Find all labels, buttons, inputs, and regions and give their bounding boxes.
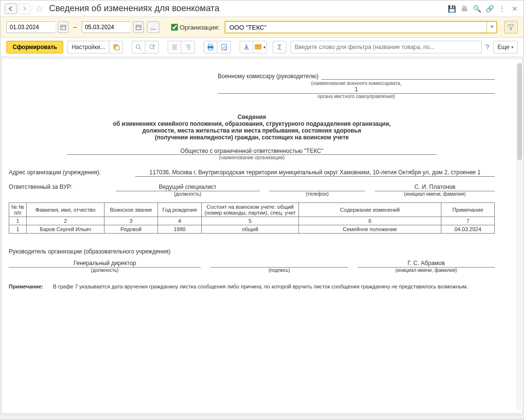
date-to-input[interactable] <box>82 21 130 33</box>
arrow-left-icon <box>8 6 13 11</box>
date-to-picker[interactable] <box>133 21 144 33</box>
sum-button[interactable]: Σ <box>273 41 286 53</box>
calendar-icon <box>60 24 66 30</box>
responsible-phone <box>269 184 365 191</box>
table-row: 1 Баров Сергей Ильич Рядовой 1980 общий … <box>9 225 495 234</box>
scrollbar-thumb[interactable] <box>517 63 522 160</box>
responsible-phone-hint: (телефон) <box>269 191 365 197</box>
manager-name: Г. С. Абрамов <box>358 260 495 268</box>
org-select[interactable] <box>225 21 497 34</box>
responsible-name: С. И. Платонов <box>375 184 495 191</box>
address-value: 117036, Москва г, Внутригородская террит… <box>135 169 495 177</box>
print-preview-icon <box>221 44 227 50</box>
org-dropdown-button[interactable] <box>487 22 496 33</box>
footnote-text: В графе 7 указывается дата вручения граж… <box>53 284 468 289</box>
printer-icon <box>207 44 214 50</box>
chevron-down-icon: ▾ <box>511 45 513 50</box>
org-hint: (наименование организации) <box>9 155 495 160</box>
save-file-button[interactable] <box>240 41 253 53</box>
magnifier-next-icon <box>149 44 156 50</box>
settings-label: Настройки... <box>71 44 105 50</box>
svg-point-6 <box>136 45 140 49</box>
responsible-position-hint: (должность) <box>116 191 260 197</box>
filter-toggle-button[interactable] <box>504 21 518 34</box>
addressee-hint-1: (наименование военного комиссариата, <box>218 81 495 86</box>
link-icon[interactable]: 🔗 <box>485 4 494 14</box>
svg-rect-0 <box>61 25 66 30</box>
table-colnum-row: 1234567 <box>9 217 495 225</box>
page-title: Сведения об изменениях для военкомата <box>49 3 447 14</box>
responsible-label: Ответственный за ВУР: <box>9 184 106 197</box>
favorite-icon[interactable]: ☆ <box>34 3 45 14</box>
manager-name-hint: (инициал имени, фамилия) <box>358 268 495 273</box>
manager-label: Руководитель организации (образовательно… <box>9 248 495 255</box>
horizontal-scrollbar[interactable] <box>1 415 523 420</box>
magnifier-icon <box>135 44 142 50</box>
addressee-field-2: 1 <box>218 86 495 94</box>
addressee-hint-2: органа местного самоуправления) <box>218 94 495 99</box>
manager-sign-hint: (подпись) <box>210 268 348 273</box>
print-preview-button[interactable] <box>217 41 231 53</box>
doc-heading-2: об изменениях семейного положения, образ… <box>9 120 495 127</box>
footnote-label: Примечание: <box>9 284 43 289</box>
address-label: Адрес организации (учреждения): <box>9 169 130 177</box>
manager-position: Генеральный директор <box>9 260 201 268</box>
period-picker-button[interactable]: ... <box>147 21 159 33</box>
generate-button[interactable]: Сформировать <box>6 41 63 53</box>
doc-heading-1: Сведения <box>9 114 495 120</box>
svg-rect-18 <box>209 48 212 50</box>
svg-rect-5 <box>115 46 119 50</box>
svg-rect-16 <box>209 44 212 46</box>
doc-heading-4: (получении инвалидности) граждан, состоя… <box>9 134 495 141</box>
envelope-icon <box>255 44 262 50</box>
addressee-label: Военному комиссару (руководителю) <box>218 73 321 80</box>
svg-rect-2 <box>136 25 141 30</box>
expand-groups-button[interactable] <box>168 41 181 53</box>
kebab-icon[interactable]: ⋮ <box>497 4 507 14</box>
collapse-groups-button[interactable] <box>181 41 195 53</box>
find-button[interactable] <box>132 41 145 53</box>
manager-sign <box>210 260 348 268</box>
date-from-picker[interactable] <box>58 21 69 33</box>
org-label: Организация: <box>180 24 220 31</box>
filter-input[interactable] <box>290 41 482 53</box>
preview-icon[interactable]: 🔍 <box>472 4 482 14</box>
save-disk-icon[interactable]: 💾 <box>447 4 456 14</box>
data-table: № № п/п Фамилия, имя, отчество Воинское … <box>9 202 495 234</box>
date-separator: – <box>73 24 77 31</box>
report-viewport[interactable]: Военному комиссару (руководителю) (наиме… <box>1 58 523 414</box>
vertical-scrollbar[interactable] <box>516 62 523 410</box>
parameter-bar: – ... Организация: <box>0 17 524 38</box>
print-button[interactable] <box>204 41 217 53</box>
expand-icon <box>171 44 178 50</box>
more-button[interactable]: Еще▾ <box>493 41 518 53</box>
titlebar: ☆ Сведения об изменениях для военкомата … <box>0 0 524 17</box>
email-button[interactable]: ▾ <box>253 41 267 53</box>
print-icon[interactable]: 🖶 <box>459 4 469 14</box>
toolbar: Сформировать Настройки... ▾ Σ ? Еще▾ <box>0 38 524 57</box>
addressee-field-1 <box>321 72 495 80</box>
help-button[interactable]: ? <box>486 43 489 51</box>
settings-variant-button[interactable] <box>109 41 123 53</box>
settings-button[interactable]: Настройки... <box>67 41 109 53</box>
arrow-right-icon <box>22 6 27 11</box>
svg-line-9 <box>153 48 155 50</box>
svg-line-7 <box>140 48 141 50</box>
nav-back-button[interactable] <box>4 3 17 14</box>
table-header-row: № № п/п Фамилия, имя, отчество Воинское … <box>9 203 495 217</box>
org-checkbox[interactable] <box>171 24 178 31</box>
find-next-button[interactable] <box>145 41 159 53</box>
responsible-name-hint: (инициал имени, фамилия) <box>375 191 495 197</box>
chevron-down-icon <box>490 26 494 29</box>
org-input[interactable] <box>226 22 487 33</box>
svg-point-8 <box>150 45 154 49</box>
sigma-icon: Σ <box>278 43 282 51</box>
more-label: Еще <box>498 44 509 50</box>
doc-heading-3: должности, места жительства или места пр… <box>9 127 495 134</box>
nav-forward-button[interactable] <box>18 3 31 14</box>
date-from-input[interactable] <box>6 21 55 33</box>
collapse-icon <box>185 44 192 50</box>
responsible-position: Ведущий специалист <box>116 184 260 191</box>
org-full-name: Общество с ограниченной ответственностью… <box>67 148 437 155</box>
close-icon[interactable]: ✕ <box>510 4 520 14</box>
